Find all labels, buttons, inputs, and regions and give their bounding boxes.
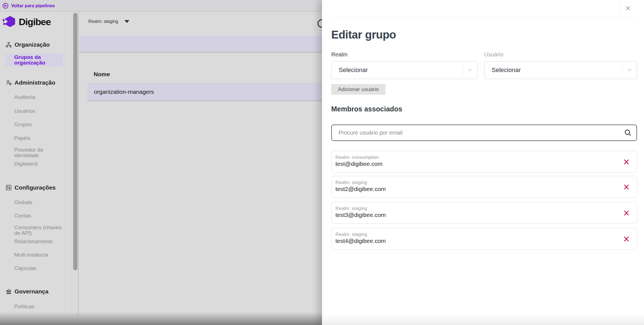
digibee-logo-text: Digibee [19,16,51,27]
remove-x-icon[interactable] [623,158,630,166]
page-header-band [79,36,322,52]
sidebar-item-usuarios[interactable]: Usuários [14,108,66,114]
sidebar-section-configuracoes: Configurações [6,184,56,191]
sidebar-scrollbar-track [72,12,72,316]
member-realm: Realm: consumption [335,155,379,160]
close-icon[interactable] [624,4,632,12]
realm-selector-label: Realm: staging [88,19,118,24]
member-realm: Realm: staging [335,206,367,211]
member-realm: Realm: staging [335,232,367,237]
main-content: Realm: staging Nome organization-manager… [79,12,322,325]
sidebar-item-grupos[interactable]: Grupos [14,122,66,127]
back-to-pipelines-label: Voltar para pipelines [11,3,55,8]
table-row[interactable]: organization-managers [87,83,322,101]
user-admin-icon [6,80,12,86]
table-header-nome: Nome [94,71,110,78]
remove-x-icon[interactable] [623,235,630,243]
sidebar-section-label: Governança [15,288,48,295]
member-card: Realm: staging test3@digibee.com [331,202,637,224]
realm-select[interactable]: Selecionar [331,61,478,79]
sidebar-item-papeis[interactable]: Papéis [14,135,66,141]
back-to-pipelines-link[interactable]: Voltar para pipelines [2,3,55,9]
realm-select-value: Selecionar [332,66,463,74]
member-realm: Realm: staging [335,180,367,185]
drawer-header-divider [330,17,637,17]
digibee-logo: Digibee [3,15,51,28]
settings-sliders-icon [6,185,12,191]
sidebar-section-label: Configurações [15,184,56,191]
user-field-label: Usuário [484,51,503,58]
arrow-left-circle-icon [2,3,9,9]
sidebar-section-governanca: Governança [6,288,48,295]
drawer-title: Editar grupo [331,28,396,41]
member-email: test3@digibee.com [335,212,386,218]
realm-selector[interactable]: Realm: staging [88,19,129,24]
sidebar-section-label: Administração [15,79,55,86]
sitemap-icon [6,42,12,48]
chevron-down-icon [622,61,637,79]
sidebar-item-contas[interactable]: Contas [14,213,66,219]
sidebar-item-digibeectl[interactable]: Digibeectl [14,161,66,167]
remove-x-icon[interactable] [623,183,630,191]
caret-down-icon [124,20,129,23]
sidebar-section-organizacao: Organização [6,41,50,48]
member-search [331,125,637,141]
member-card: Realm: staging test4@digibee.com [331,228,637,250]
sidebar-item-multi-instancia[interactable]: Multi-instância [14,252,66,258]
sidebar-section-administracao: Administração [6,79,55,86]
remove-x-icon[interactable] [623,209,630,217]
digibee-cube-icon [3,15,16,28]
chevron-down-icon [463,61,477,79]
edit-group-drawer: Editar grupo Realm Usuário Selecionar Se… [322,0,644,325]
search-icon[interactable] [619,129,636,137]
sidebar-item-provedor-de-identidade[interactable]: Provedor de identidade [14,147,59,158]
sidebar-item-capsulas[interactable]: Cápsulas [14,266,66,271]
user-select-value: Selecionar [484,66,622,74]
member-email: test4@digibee.com [335,238,386,244]
topbar: Voltar para pipelines [0,0,322,12]
user-select[interactable]: Selecionar [484,61,637,79]
sidebar-item-globals[interactable]: Globals [14,200,66,205]
sidebar-item-politicas[interactable]: Políticas [14,304,66,309]
sidebar-item-relacionamento[interactable]: Relacionamento [14,239,66,244]
member-card: Realm: consumption test@digibee.com [331,151,637,173]
member-card: Realm: staging test2@digibee.com [331,176,637,198]
sidebar-section-label: Organização [15,41,50,48]
group-name-cell: organization-managers [94,89,154,95]
sidebar-item-grupos-da-organizacao[interactable]: Grupos da organização [6,54,63,66]
member-email: test2@digibee.com [335,186,386,192]
drawer-bottom-shadow [322,314,644,325]
bank-icon [6,288,12,295]
members-heading: Membros associados [331,105,402,113]
member-search-input[interactable] [332,129,619,136]
drawer-header-divider-vertical [619,1,619,15]
sidebar-scrollbar-thumb[interactable] [73,13,77,270]
sidebar-item-consumers[interactable]: Consumers (chaves de API) [14,225,63,236]
member-email: test@digibee.com [335,161,382,167]
sidebar: Digibee Organização Grupos da organizaçã… [0,12,79,316]
add-user-button[interactable]: Adicionar usuário [331,84,385,95]
sidebar-item-auditoria[interactable]: Auditoria [14,94,66,100]
clipped-avatar-circle [318,19,322,28]
realm-field-label: Realm [331,51,347,58]
